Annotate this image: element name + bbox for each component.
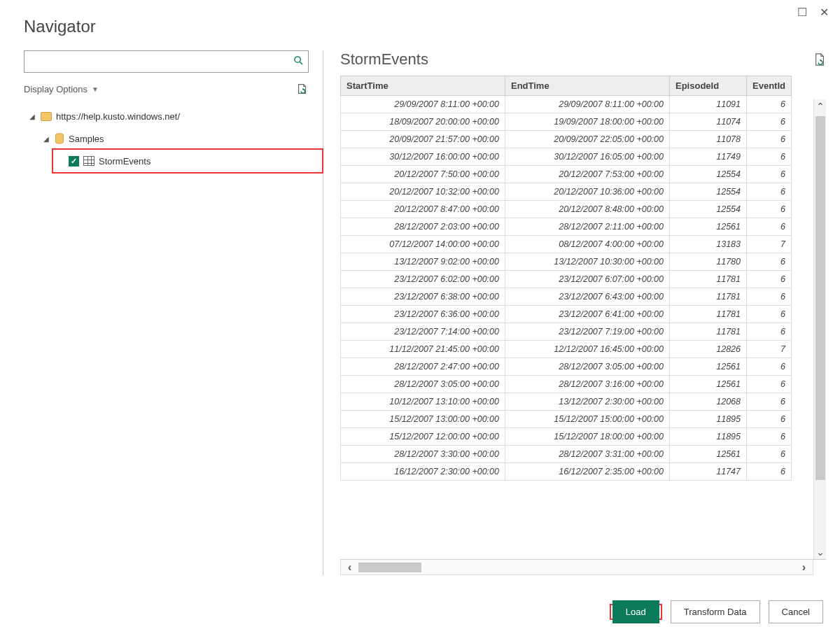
- vertical-scrollbar[interactable]: ⌃ ⌄: [813, 99, 826, 559]
- cell: 20/12/2007 7:50:00 +00:00: [341, 166, 505, 183]
- cell: 23/12/2007 6:43:00 +00:00: [505, 288, 670, 306]
- cell: 23/12/2007 6:02:00 +00:00: [341, 271, 505, 288]
- refresh-icon[interactable]: [296, 83, 309, 95]
- table-row[interactable]: 30/12/2007 16:00:00 +00:0030/12/2007 16:…: [341, 148, 792, 166]
- cell: 6: [747, 306, 792, 323]
- horizontal-scrollbar[interactable]: ‹ ›: [340, 560, 813, 575]
- maximize-icon[interactable]: ☐: [797, 6, 807, 19]
- tree: ◢ https://help.kusto.windows.net/ ◢ Samp…: [24, 105, 309, 174]
- cell: 28/12/2007 2:47:00 +00:00: [341, 358, 505, 376]
- cell: 28/12/2007 3:05:00 +00:00: [505, 358, 670, 376]
- checkbox-checked-icon[interactable]: [69, 156, 79, 167]
- column-header[interactable]: EpisodeId: [670, 76, 747, 96]
- cancel-button[interactable]: Cancel: [769, 600, 823, 623]
- cell: 13183: [670, 236, 747, 253]
- cell: 6: [747, 376, 792, 393]
- tree-node-table[interactable]: StormEvents: [24, 150, 309, 172]
- tree-node-connection[interactable]: ◢ https://help.kusto.windows.net/: [24, 105, 309, 127]
- table-row[interactable]: 28/12/2007 2:47:00 +00:0028/12/2007 3:05…: [341, 358, 792, 376]
- cell: 28/12/2007 3:16:00 +00:00: [505, 376, 670, 393]
- preview-table: StartTime EndTime EpisodeId EventId 29/0…: [340, 76, 792, 481]
- cell: 6: [747, 288, 792, 306]
- table-row[interactable]: 07/12/2007 14:00:00 +00:0008/12/2007 4:0…: [341, 236, 792, 253]
- table-row[interactable]: 23/12/2007 7:14:00 +00:0023/12/2007 7:19…: [341, 323, 792, 341]
- column-header[interactable]: EventId: [747, 76, 792, 96]
- table-row[interactable]: 28/12/2007 3:30:00 +00:0028/12/2007 3:31…: [341, 446, 792, 463]
- tree-node-label: Samples: [69, 134, 104, 144]
- cell: 6: [747, 463, 792, 481]
- cell: 19/09/2007 18:00:00 +00:00: [505, 113, 670, 131]
- table-row[interactable]: 23/12/2007 6:38:00 +00:0023/12/2007 6:43…: [341, 288, 792, 306]
- column-header[interactable]: EndTime: [505, 76, 670, 96]
- close-icon[interactable]: ✕: [820, 6, 829, 19]
- table-row[interactable]: 15/12/2007 13:00:00 +00:0015/12/2007 15:…: [341, 411, 792, 428]
- cell: 6: [747, 271, 792, 288]
- cell: 6: [747, 201, 792, 218]
- column-header[interactable]: StartTime: [341, 76, 505, 96]
- cell: 6: [747, 96, 792, 113]
- table-row[interactable]: 23/12/2007 6:36:00 +00:0023/12/2007 6:41…: [341, 306, 792, 323]
- cell: 13/12/2007 2:30:00 +00:00: [505, 393, 670, 411]
- cell: 11091: [670, 96, 747, 113]
- cell: 6: [747, 428, 792, 446]
- table-row[interactable]: 29/09/2007 8:11:00 +00:0029/09/2007 8:11…: [341, 96, 792, 113]
- refresh-preview-icon[interactable]: [813, 52, 826, 66]
- search-icon[interactable]: [288, 55, 308, 68]
- cell: 23/12/2007 6:38:00 +00:00: [341, 288, 505, 306]
- cell: 28/12/2007 2:11:00 +00:00: [505, 218, 670, 236]
- scroll-up-icon[interactable]: ⌃: [816, 99, 825, 113]
- cell: 11/12/2007 21:45:00 +00:00: [341, 341, 505, 358]
- table-row[interactable]: 11/12/2007 21:45:00 +00:0012/12/2007 16:…: [341, 341, 792, 358]
- table-row[interactable]: 28/12/2007 2:03:00 +00:0028/12/2007 2:11…: [341, 218, 792, 236]
- tree-node-database[interactable]: ◢ Samples: [24, 127, 309, 150]
- cell: 20/09/2007 21:57:00 +00:00: [341, 131, 505, 148]
- table-row[interactable]: 18/09/2007 20:00:00 +00:0019/09/2007 18:…: [341, 113, 792, 131]
- cell: 12561: [670, 376, 747, 393]
- preview-pane: StormEvents StartTime EndTime EpisodeId …: [323, 50, 826, 575]
- cell: 16/12/2007 2:35:00 +00:00: [505, 463, 670, 481]
- cell: 6: [747, 446, 792, 463]
- cell: 20/12/2007 7:53:00 +00:00: [505, 166, 670, 183]
- table-row[interactable]: 23/12/2007 6:02:00 +00:0023/12/2007 6:07…: [341, 271, 792, 288]
- cell: 6: [747, 358, 792, 376]
- cell: 08/12/2007 4:00:00 +00:00: [505, 236, 670, 253]
- cell: 15/12/2007 12:00:00 +00:00: [341, 428, 505, 446]
- table-row[interactable]: 20/12/2007 8:47:00 +00:0020/12/2007 8:48…: [341, 201, 792, 218]
- table-row[interactable]: 20/12/2007 7:50:00 +00:0020/12/2007 7:53…: [341, 166, 792, 183]
- table-row[interactable]: 28/12/2007 3:05:00 +00:0028/12/2007 3:16…: [341, 376, 792, 393]
- search-box[interactable]: [24, 50, 309, 73]
- table-row[interactable]: 10/12/2007 13:10:00 +00:0013/12/2007 2:3…: [341, 393, 792, 411]
- cell: 12561: [670, 446, 747, 463]
- display-options-dropdown[interactable]: Display Options ▼: [24, 84, 99, 94]
- transform-data-button[interactable]: Transform Data: [671, 600, 760, 623]
- scroll-down-icon[interactable]: ⌄: [816, 545, 825, 559]
- cell: 11895: [670, 411, 747, 428]
- cell: 6: [747, 148, 792, 166]
- cell: 12554: [670, 201, 747, 218]
- search-input[interactable]: [24, 54, 288, 70]
- cell: 6: [747, 253, 792, 271]
- table-row[interactable]: 16/12/2007 2:30:00 +00:0016/12/2007 2:35…: [341, 463, 792, 481]
- cell: 23/12/2007 6:07:00 +00:00: [505, 271, 670, 288]
- table-row[interactable]: 20/09/2007 21:57:00 +00:0020/09/2007 22:…: [341, 131, 792, 148]
- cell: 20/09/2007 22:05:00 +00:00: [505, 131, 670, 148]
- table-row[interactable]: 20/12/2007 10:32:00 +00:0020/12/2007 10:…: [341, 183, 792, 201]
- cell: 10/12/2007 13:10:00 +00:00: [341, 393, 505, 411]
- cell: 7: [747, 236, 792, 253]
- tree-node-label: StormEvents: [99, 156, 150, 167]
- table-row[interactable]: 15/12/2007 12:00:00 +00:0015/12/2007 18:…: [341, 428, 792, 446]
- cell: 16/12/2007 2:30:00 +00:00: [341, 463, 505, 481]
- annotation-highlight: Load: [610, 604, 662, 620]
- cell: 11074: [670, 113, 747, 131]
- scrollbar-thumb[interactable]: [816, 116, 825, 480]
- cell: 11781: [670, 323, 747, 341]
- cell: 28/12/2007 3:31:00 +00:00: [505, 446, 670, 463]
- load-button[interactable]: Load: [612, 600, 659, 623]
- expand-icon[interactable]: ◢: [29, 113, 36, 120]
- cell: 11781: [670, 306, 747, 323]
- scroll-left-icon[interactable]: ‹: [341, 561, 358, 574]
- expand-icon[interactable]: ◢: [43, 135, 50, 143]
- table-row[interactable]: 13/12/2007 9:02:00 +00:0013/12/2007 10:3…: [341, 253, 792, 271]
- scrollbar-thumb[interactable]: [358, 563, 421, 572]
- scroll-right-icon[interactable]: ›: [795, 561, 813, 574]
